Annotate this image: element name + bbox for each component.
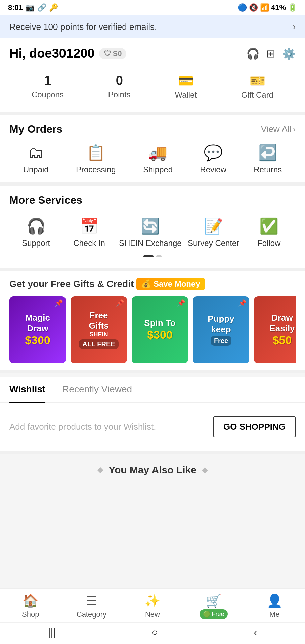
promo-cards-row: 📌 MagicDraw $300 📌 FreeGifts SHEIN ALL F… [9,296,296,365]
tab-recently-viewed[interactable]: Recently Viewed [62,377,132,402]
category-icon: ☰ [86,593,97,608]
promo-card-magic-draw[interactable]: 📌 MagicDraw $300 [9,296,66,363]
survey-icon: 📝 [204,217,223,235]
follow-label: Follow [257,238,280,248]
coupons-label: Coupons [32,90,64,99]
order-shipped[interactable]: 🚚 Shipped [143,144,173,174]
divider-4 [0,370,305,373]
dot-inactive [156,255,162,257]
order-review[interactable]: 💬 Review [200,144,226,174]
pin-icon-3: 📌 [177,299,185,307]
nav-new[interactable]: ✨ New [132,593,173,619]
unpaid-icon: 🗂 [28,144,44,162]
battery-text: 41% [271,3,286,12]
nav-cart[interactable]: 🛒 🟢 Free [193,593,234,619]
service-follow[interactable]: ✅ Follow [246,217,293,248]
divider-5 [0,451,305,454]
new-label: New [145,610,160,619]
also-like-title: ◆ You May Also Like ◆ [9,464,296,476]
nav-shop[interactable]: 🏠 Shop [10,593,51,619]
service-support[interactable]: 🎧 Support [12,217,59,248]
processing-label: Processing [76,165,116,174]
view-all-button[interactable]: View All › [261,124,296,135]
returns-label: Returns [254,165,282,174]
also-like-section: ◆ You May Also Like ◆ [0,454,305,486]
tabs-header: Wishlist Recently Viewed [0,377,305,403]
wallet-stat[interactable]: 💳 Wallet [175,73,197,100]
shield-icon: 🛡 [104,49,111,58]
home-button[interactable]: ○ [152,627,158,638]
settings-icon[interactable]: ⚙️ [282,47,296,60]
wishlist-empty-text: Add favorite products to your Wishlist. [9,422,156,432]
battery-icon: 🔋 [288,3,297,12]
gift-card-stat[interactable]: 🎫 Gift Card [241,73,273,100]
divider-1 [0,112,305,115]
pin-icon-2: 📌 [116,299,124,307]
exchange-icon: 🔄 [141,217,160,235]
save-money-badge: 💰 Save Money [136,278,205,290]
gift-card-icon: 🎫 [250,73,265,88]
service-survey[interactable]: 📝 Survey Center [188,217,239,248]
services-section: More Services 🎧 Support 📅 Check In 🔄 SHE… [0,186,305,268]
scan-icon[interactable]: ⊞ [266,47,275,60]
promo-card-free-gifts[interactable]: 📌 FreeGifts SHEIN ALL FREE [71,296,127,363]
points-count: 0 [116,73,123,88]
checkin-label: Check In [73,238,105,248]
service-checkin[interactable]: 📅 Check In [66,217,113,248]
stats-row: 1 Coupons 0 Points 💳 Wallet 🎫 Gift Card [9,70,296,106]
spin-amount: $300 [147,328,173,341]
shop-icon: 🏠 [23,593,38,608]
points-label: Points [108,90,131,99]
headset-icon[interactable]: 🎧 [246,47,260,60]
order-processing[interactable]: 📋 Processing [76,144,116,174]
nav-category[interactable]: ☰ Category [71,593,112,619]
cart-icon: 🛒 [206,593,221,608]
me-icon: 👤 [267,593,282,608]
camera-icon: 📷 [26,3,35,12]
orders-header: My Orders View All › [9,123,296,136]
points-badge: 🛡 S0 [99,48,126,59]
puppy-title: Puppykeep [208,314,234,334]
diamond-left-icon: ◆ [97,466,103,474]
services-header: More Services [9,194,296,206]
key-icon: 🔑 [49,3,58,12]
coupons-stat[interactable]: 1 Coupons [32,73,64,100]
nav-me[interactable]: 👤 Me [254,593,295,619]
status-left: 8:01 📷 🔗 🔑 [8,3,58,12]
promo-card-draw[interactable]: 📌 DrawEasily $50 [254,296,296,363]
order-unpaid[interactable]: 🗂 Unpaid [23,144,49,174]
processing-icon: 📋 [86,144,105,162]
draw-title: DrawEasily [269,313,295,333]
view-all-label: View All [261,124,292,135]
tabs-section: Wishlist Recently Viewed Add favorite pr… [0,377,305,451]
go-shopping-button[interactable]: GO SHOPPING [213,416,296,437]
points-stat[interactable]: 0 Points [108,73,131,100]
scroll-indicator [9,251,296,260]
promo-title-text: Get your Free Gifts & Credit [9,279,134,289]
bluetooth-icon: 🔵 [238,3,247,12]
menu-button[interactable]: ||| [48,627,56,638]
badge-label: S0 [113,49,122,58]
promo-card-spin[interactable]: 📌 Spin To $300 [132,296,188,363]
follow-icon: ✅ [259,217,278,235]
promo-card-puppy[interactable]: 📌 Puppykeep Free [193,296,249,363]
profile-name: Hi, doe301200 🛡 S0 [9,46,126,61]
divider-3 [0,268,305,271]
exchange-label: SHEIN Exchange [119,238,182,248]
review-icon: 💬 [204,144,223,162]
orders-section: My Orders View All › 🗂 Unpaid 📋 Processi… [0,115,305,182]
back-button[interactable]: ‹ [254,627,257,638]
promo-banner-top[interactable]: Receive 100 points for verified emails. … [0,15,305,38]
free-gifts-tag: ALL FREE [79,339,118,349]
promos-section: Get your Free Gifts & Credit 💰 Save Mone… [0,271,305,370]
shipped-label: Shipped [143,165,173,174]
divider-2 [0,182,305,186]
service-exchange[interactable]: 🔄 SHEIN Exchange [119,217,182,248]
returns-icon: ↩️ [258,144,277,162]
order-returns[interactable]: ↩️ Returns [254,144,282,174]
wallet-icon: 💳 [178,73,194,88]
wishlist-empty: Add favorite products to your Wishlist. … [0,403,305,451]
tab-wishlist[interactable]: Wishlist [9,377,45,402]
diamond-right-icon: ◆ [202,466,208,474]
dot-active [143,255,154,257]
